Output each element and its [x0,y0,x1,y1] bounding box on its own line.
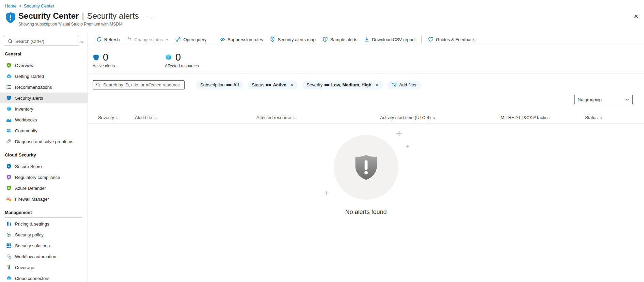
remove-filter-icon[interactable]: ✕ [375,82,379,87]
page-title-secondary: Security alerts [87,11,139,21]
sidebar-item-inventory[interactable]: Inventory [0,103,88,114]
sidebar-item-recommendations[interactable]: Recommendations [0,82,88,93]
empty-shield-icon [354,153,378,181]
sort-icon: ↑↓ [433,115,435,119]
breadcrumb-security-center-link[interactable]: Security Center [24,3,54,9]
wrench-icon [6,139,12,144]
search-icon [8,39,13,44]
sidebar-item-workflow-automation[interactable]: Workflow automation [0,251,88,262]
sidebar-item-security-policy[interactable]: Security policy [0,229,88,240]
open-query-icon [175,37,181,42]
sparkle-icon: + [405,143,409,150]
filter-pill-status[interactable]: Status == Active ✕ [248,81,298,89]
security-center-shield-icon [5,12,16,23]
column-header-activity-start-time[interactable]: Activity start time (UTC-4) ↑↓ [380,115,501,120]
security-alerts-map-button[interactable]: Security alerts map [267,35,318,44]
sidebar-item-azure-defender[interactable]: Azure Defender [0,183,88,194]
sidebar-item-label: Workbooks [15,117,37,122]
sidebar-item-diagnose[interactable]: Diagnose and solve problems [0,136,88,147]
cloud-connector-icon [6,276,12,281]
sidebar-item-firewall-manager[interactable]: Firewall Manager [0,194,88,204]
column-header-affected-resource[interactable]: Affected resource ↑↓ [256,115,380,120]
breadcrumb: Home > Security Center [0,0,644,9]
download-csv-button[interactable]: Download CSV report [361,35,418,44]
add-filter-funnel-icon [392,82,397,87]
stats-row: 0 Active alerts 0 Affected resources [88,46,644,73]
sidebar-item-community[interactable]: Community [0,125,88,136]
toolbar-label: Open query [183,37,206,42]
sidebar-item-security-solutions[interactable]: Security solutions [0,240,88,251]
close-blade-button[interactable]: ✕ [634,14,639,19]
column-header-severity[interactable]: Severity ↑↓ [98,115,135,120]
filter-field: Status [252,82,264,87]
sort-icon: ↑↓ [154,115,156,119]
column-header-alert-title[interactable]: Alert title ↑↓ [135,115,256,120]
empty-state-circle: + + + [334,135,398,200]
toolbar-label: Guides & Feedback [436,37,475,42]
column-label: MITRE ATT&CK® tactics [501,115,550,120]
checklist-icon [6,84,12,90]
heart-icon [428,37,434,42]
change-status-button[interactable]: Change status [124,35,172,44]
gears-icon [6,254,12,259]
cloud-icon [6,73,12,79]
collapse-sidebar-button[interactable]: « [78,38,85,44]
add-filter-button[interactable]: Add filter [388,81,421,89]
filter-pill-subscription[interactable]: Subscription == All [196,81,243,89]
sidebar-item-label: Security alerts [15,96,43,101]
active-alerts-count: 0 [103,52,108,63]
sidebar-item-overview[interactable]: Overview [0,60,88,71]
sidebar-item-label: Pricing & settings [15,221,49,227]
shield-alert-icon [6,95,12,101]
search-icon [96,82,101,88]
policy-gear-icon [6,232,12,237]
guides-feedback-button[interactable]: Guides & Feedback [425,35,478,44]
column-header-mitre-tactics[interactable]: MITRE ATT&CK® tactics [501,115,585,120]
sidebar-section-general: General [5,51,83,56]
sidebar-item-pricing-settings[interactable]: Pricing & settings [0,218,88,229]
sidebar-item-label: Workflow automation [15,254,56,259]
filter-pill-severity[interactable]: Severity == Low, Medium, High ✕ [302,81,383,89]
sidebar-item-security-alerts[interactable]: Security alerts [0,93,88,103]
sidebar-item-coverage[interactable]: Coverage [0,262,88,273]
sort-icon: ↑↓ [293,115,295,119]
sidebar-item-workbooks[interactable]: Workbooks [0,114,88,125]
sidebar-item-regulatory-compliance[interactable]: Regulatory compliance [0,172,88,183]
sidebar-item-label: Community [15,128,37,133]
toolbar-separator [213,36,213,43]
refresh-button[interactable]: Refresh [93,35,123,44]
page-title-separator: | [82,11,84,21]
grid-icon [6,243,12,248]
bars-icon [6,221,12,227]
sample-alerts-button[interactable]: Sample alerts [319,35,360,44]
command-bar: Refresh Change status [88,33,644,46]
remove-filter-icon[interactable]: ✕ [290,82,294,87]
subscription-subtitle: Showing subscription 'Visual Studio Prem… [18,22,156,27]
column-header-status[interactable]: Status ↑↓ [585,115,644,120]
sidebar-search-input[interactable] [15,39,75,44]
suppression-rules-button[interactable]: Suppression rules [217,35,266,44]
breadcrumb-separator: > [19,4,21,9]
sidebar-item-getting-started[interactable]: Getting started [0,71,88,82]
divider [5,160,82,160]
toolbar-separator [421,36,422,43]
alert-search-input[interactable] [103,82,182,87]
grouping-dropdown[interactable]: No grouping [574,95,633,104]
open-query-button[interactable]: Open query [172,35,209,44]
sidebar-item-label: Firewall Manager [15,197,49,202]
cube-icon [165,54,172,61]
breadcrumb-home-link[interactable]: Home [5,3,17,9]
sidebar-item-label: Regulatory compliance [15,175,60,180]
shield-compliance-icon [6,175,12,180]
change-status-icon [127,37,132,42]
sidebar-item-label: Recommendations [15,85,52,90]
more-menu-button[interactable]: ··· [148,14,156,20]
people-icon [6,128,12,133]
sidebar-item-label: Secure Score [15,164,42,169]
filter-field: Subscription [200,82,225,87]
sidebar-item-cloud-connectors[interactable]: Cloud connectors [0,273,88,282]
sidebar-search-box [5,37,78,46]
main-content: Refresh Change status [88,33,644,282]
sidebar-item-secure-score[interactable]: Secure Score [0,161,88,172]
page-title-primary: Security Center [18,11,79,21]
